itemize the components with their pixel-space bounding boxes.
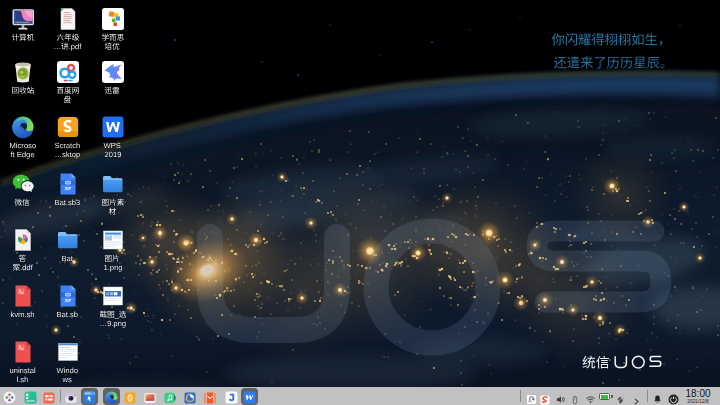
svg-text:ZIP: ZIP	[64, 298, 71, 303]
svg-text:ZIP: ZIP	[64, 186, 71, 191]
